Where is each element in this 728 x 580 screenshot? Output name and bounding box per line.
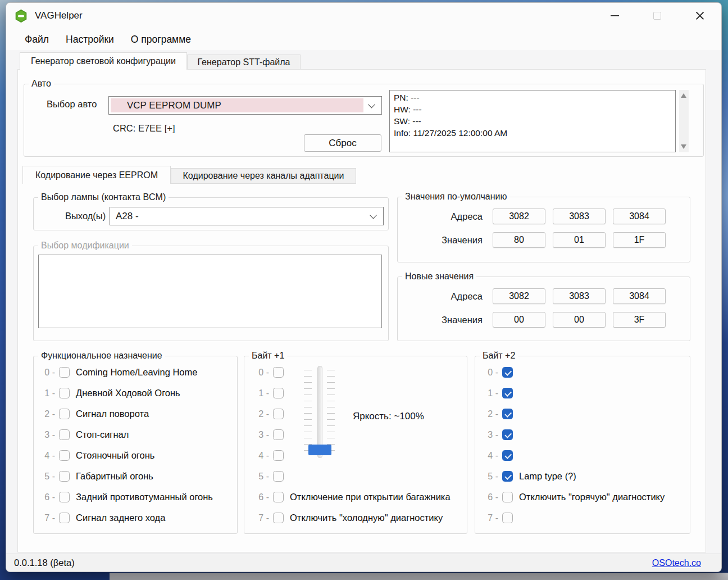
crc-text: CRC: E7EE [+]: [113, 123, 175, 134]
bit-label: Габаритный огонь: [76, 471, 153, 482]
bit-number: 6 -: [256, 492, 269, 502]
bit-checkbox[interactable]: [502, 367, 513, 378]
brightness-slider-thumb[interactable]: [308, 445, 331, 455]
bit-row: 4 -: [256, 445, 451, 466]
bit-checkbox[interactable]: [273, 492, 284, 502]
byte-plus2-group: Байт +2 0 - 1 -: [475, 356, 690, 534]
bit-number: 0 -: [256, 368, 269, 378]
bit-checkbox[interactable]: [502, 409, 513, 419]
address-cell[interactable]: 3084: [613, 288, 666, 304]
address-cell[interactable]: 3083: [553, 209, 606, 224]
bit-checkbox[interactable]: [502, 492, 513, 502]
bit-number: 5 -: [485, 472, 498, 482]
address-cell[interactable]: 3082: [493, 209, 545, 224]
values-label: Значения: [407, 235, 483, 246]
default-values-group-title: Значения по-умолчанию: [402, 192, 509, 202]
bit-row: 0 - Coming Home/Leaving Home: [42, 362, 213, 383]
value-cell[interactable]: 01: [553, 232, 606, 248]
tab-coding-eeprom[interactable]: Кодирование через EEPROM: [22, 166, 171, 184]
menu-file[interactable]: Файл: [16, 31, 57, 48]
lamp-select-group: Выбор лампы (контакта BCM) Выход(ы) A28 …: [33, 197, 389, 230]
value-cell[interactable]: 1F: [613, 232, 666, 248]
bit-checkbox[interactable]: [502, 388, 513, 398]
ecu-info-box[interactable]: PN: --- HW: --- SW: --- Info: 11/27/2025…: [389, 90, 676, 152]
bit-checkbox[interactable]: [59, 429, 70, 440]
bit-checkbox[interactable]: [59, 367, 70, 378]
bit-number: 4 -: [42, 451, 55, 461]
tab-coding-adaptation[interactable]: Кодирование через каналы адаптации: [171, 168, 356, 184]
bit-checkbox[interactable]: [59, 492, 70, 502]
bit-checkbox[interactable]: [273, 429, 284, 440]
bit-number: 6 -: [485, 492, 498, 502]
scroll-down-icon[interactable]: [681, 144, 686, 149]
bit-row: 4 -: [485, 445, 665, 466]
bit-checkbox[interactable]: [502, 429, 513, 440]
bit-checkbox[interactable]: [59, 409, 70, 419]
bit-checkbox[interactable]: [502, 471, 513, 482]
bit-checkbox[interactable]: [273, 471, 284, 482]
close-icon: [695, 11, 704, 20]
modification-listbox[interactable]: [38, 255, 382, 328]
bit-label: Задний противотуманный огонь: [76, 492, 213, 502]
lamp-select-group-title: Выбор лампы (контакта BCM): [38, 192, 169, 202]
value-cell[interactable]: 3F: [613, 312, 666, 328]
bit-checkbox[interactable]: [273, 513, 284, 523]
addresses-label: Адреса: [407, 291, 483, 302]
bit-number: 2 -: [485, 409, 498, 419]
bit-row: 5 - Lamp type (?): [485, 466, 665, 487]
info-line: PN: ---: [394, 92, 671, 103]
bit-checkbox[interactable]: [59, 513, 70, 523]
address-cell[interactable]: 3084: [613, 209, 666, 224]
bit-checkbox[interactable]: [59, 388, 70, 398]
car-select-combobox[interactable]: VCP EEPROM DUMP: [108, 96, 382, 115]
new-addresses-row: 3082 3083 3084: [493, 288, 666, 304]
bit-row: 3 -: [485, 424, 665, 445]
maximize-button[interactable]: [644, 7, 671, 25]
bit-checkbox[interactable]: [273, 450, 284, 461]
byte-plus1-group: Байт +1 0 - 1 -: [244, 356, 467, 534]
default-values-group: Значения по-умолчанию Адреса 3082 3083 3…: [397, 197, 690, 262]
bit-row: 3 -: [256, 424, 451, 445]
car-select-label: Выбор авто: [47, 99, 97, 110]
menu-about[interactable]: О программе: [122, 31, 199, 48]
bit-checkbox[interactable]: [273, 409, 284, 419]
taskbar: [110, 573, 728, 580]
address-cell[interactable]: 3082: [493, 288, 545, 304]
address-cell[interactable]: 3083: [553, 288, 606, 304]
value-cell[interactable]: 00: [493, 312, 545, 328]
titlebar: VAGHelper: [6, 3, 721, 29]
value-cell[interactable]: 80: [493, 232, 545, 248]
statusbar: 0.0.1.18 (βeta) OSOtech.co: [6, 554, 721, 572]
info-line: SW: ---: [394, 115, 671, 127]
bit-number: 0 -: [485, 368, 498, 378]
addresses-label: Адреса: [407, 211, 483, 222]
close-button[interactable]: [686, 7, 713, 25]
bit-checkbox[interactable]: [59, 450, 70, 461]
new-values-group-title: Новые значения: [402, 271, 476, 282]
bit-label: Стоп-сигнал: [76, 429, 129, 440]
minimize-button[interactable]: [601, 7, 628, 25]
slider-ticks-left: [304, 370, 312, 455]
bit-number: 5 -: [42, 472, 55, 482]
bit-checkbox[interactable]: [273, 367, 284, 378]
bit-number: 1 -: [42, 388, 55, 398]
bit-checkbox[interactable]: [59, 471, 70, 482]
output-combobox[interactable]: A28 -: [110, 207, 384, 225]
tab-stt-file-generator[interactable]: Генератор STT-файла: [187, 55, 301, 70]
bit-label: Отключение при открытии багажника: [290, 492, 451, 502]
bit-checkbox[interactable]: [502, 513, 513, 523]
menu-settings[interactable]: Настройки: [57, 31, 122, 48]
bit-row: 7 - Отключить "холодную" диагностику: [256, 508, 451, 528]
default-addresses-row: 3082 3083 3084: [493, 209, 666, 224]
value-cell[interactable]: 00: [553, 312, 606, 328]
bit-number: 7 -: [256, 513, 269, 523]
reset-button[interactable]: Сброс: [304, 134, 381, 152]
bit-checkbox[interactable]: [273, 388, 284, 398]
scroll-up-icon[interactable]: [681, 93, 686, 98]
osotech-link[interactable]: OSOtech.co: [652, 558, 701, 568]
bit-checkbox[interactable]: [502, 450, 513, 461]
info-scrollbar[interactable]: [679, 90, 689, 152]
tab-light-config-generator[interactable]: Генератор световой конфигурации: [20, 52, 187, 70]
modification-group: Выбор модификации: [33, 246, 389, 341]
bit-row: 7 -: [485, 508, 665, 528]
